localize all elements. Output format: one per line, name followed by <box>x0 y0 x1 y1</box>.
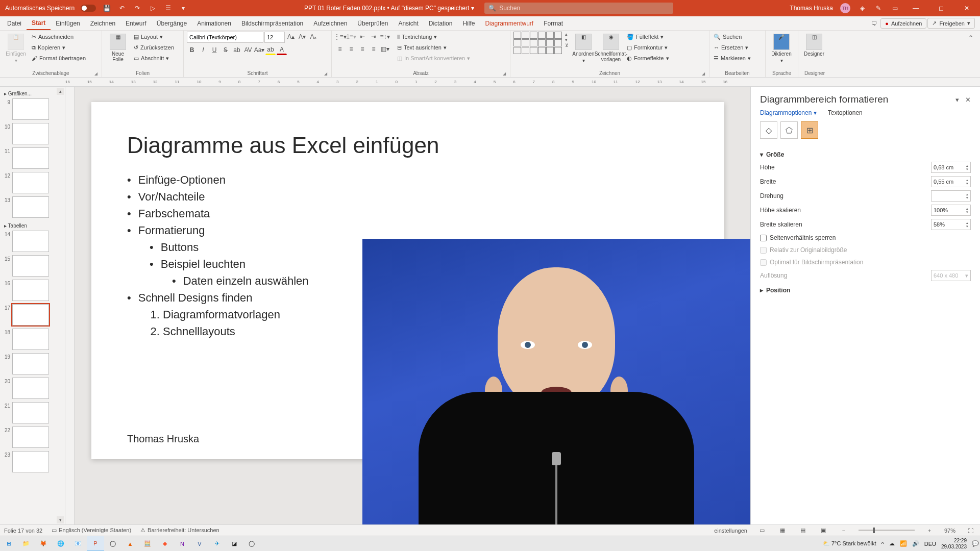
tray-overflow-icon[interactable]: ^ <box>881 541 884 547</box>
font-color-icon[interactable]: A <box>277 45 287 55</box>
slide-author[interactable]: Thomas Hruska <box>127 433 199 445</box>
slide-canvas[interactable]: Diagramme aus Excel einfügen Einfüge-Opt… <box>65 87 750 524</box>
slide-thumbnail[interactable]: 22 <box>1 427 64 448</box>
thumbs-scroll-down-icon[interactable]: ▾ <box>57 516 64 523</box>
pane-options-icon[interactable]: ▾ <box>955 96 959 104</box>
user-name[interactable]: Thomas Hruska <box>790 5 833 12</box>
section-header[interactable]: ▸ Tabellen <box>1 221 64 231</box>
touch-mode-icon[interactable]: ☰ <box>163 4 173 13</box>
shape-outline-button[interactable]: ▢Formkontur▾ <box>626 42 670 53</box>
tab-format[interactable]: Format <box>538 16 568 30</box>
tab-bildschirmpraesentation[interactable]: Bildschirmpräsentation <box>236 16 308 30</box>
minimize-button[interactable]: — <box>906 0 925 16</box>
new-slide-button[interactable]: ▦Neue Folie <box>105 32 131 62</box>
find-button[interactable]: 🔍Suchen <box>713 32 752 42</box>
gallery-more-icon[interactable]: ⊻ <box>565 43 569 48</box>
record-button[interactable]: ●Aufzeichnen <box>880 18 926 29</box>
tab-aufzeichnen[interactable]: Aufzeichnen <box>308 16 352 30</box>
tab-ueberpruefen[interactable]: Überprüfen <box>352 16 393 30</box>
share-button[interactable]: ↗Freigeben▾ <box>927 18 975 29</box>
grow-font-icon[interactable]: A▴ <box>286 32 296 42</box>
columns-icon[interactable]: ▥▾ <box>380 44 390 54</box>
pane-close-icon[interactable]: ✕ <box>965 96 971 104</box>
tab-entwurf[interactable]: Entwurf <box>120 16 152 30</box>
slideshow-from-start-icon[interactable]: ▷ <box>148 4 157 13</box>
bullet-l1[interactable]: Vor/Nachteile <box>127 188 689 205</box>
replace-button[interactable]: ↔Ersetzen▾ <box>713 42 752 53</box>
rotation-spinner[interactable]: ▴▾ <box>931 190 971 202</box>
section-button[interactable]: ▭Abschnitt▾ <box>133 53 175 63</box>
horizontal-ruler[interactable]: 1615141312111098765432101234567891011121… <box>0 78 980 87</box>
change-case-icon[interactable]: Aa▾ <box>254 45 264 55</box>
normal-view-icon[interactable]: ▭ <box>756 526 768 535</box>
close-button[interactable]: ✕ <box>958 0 976 16</box>
whiteboard-icon[interactable]: ◯ <box>104 536 121 552</box>
status-language[interactable]: ▭Englisch (Vereinigte Staaten) <box>52 527 131 534</box>
width-spinner[interactable]: 0,55 cm▴▾ <box>931 176 971 187</box>
underline-icon[interactable]: U <box>209 45 219 55</box>
maximize-button[interactable]: ◻ <box>932 0 950 16</box>
undo-icon[interactable]: ↶ <box>117 4 127 13</box>
powerpoint-icon[interactable]: P <box>87 536 104 552</box>
quick-styles-button[interactable]: ◉Schnellformat- vorlagen <box>598 32 624 62</box>
vertical-ruler[interactable] <box>65 87 75 524</box>
coming-soon-icon[interactable]: ◈ <box>857 4 867 13</box>
pane-tab-text-options[interactable]: Textoptionen <box>828 109 863 116</box>
tab-uebergaenge[interactable]: Übergänge <box>152 16 192 30</box>
outlook-icon[interactable]: 📧 <box>69 536 87 552</box>
app-icon[interactable]: ◪ <box>226 536 243 552</box>
font-launcher-icon[interactable]: ◢ <box>324 71 327 76</box>
char-spacing-icon[interactable]: AV <box>243 45 253 55</box>
comments-icon[interactable]: 🗨 <box>869 18 879 29</box>
tab-animationen[interactable]: Animationen <box>192 16 236 30</box>
designer-button[interactable]: ◫Designer <box>801 32 827 57</box>
height-spinner[interactable]: 0,68 cm▴▾ <box>931 162 971 173</box>
dictate-button[interactable]: 🎤Diktieren▾ <box>769 32 794 63</box>
collapse-ribbon-icon[interactable]: ⌃ <box>966 33 976 43</box>
app2-icon[interactable]: ◯ <box>243 536 260 552</box>
slide-thumbnail[interactable]: 11 <box>1 147 64 169</box>
tab-hilfe[interactable]: Hilfe <box>457 16 480 30</box>
onedrive-icon[interactable]: ☁ <box>889 540 895 547</box>
tab-start[interactable]: Start <box>27 16 51 30</box>
bullets-icon[interactable]: ⋮≡▾ <box>335 32 345 42</box>
user-avatar[interactable]: TH <box>840 3 850 13</box>
telegram-icon[interactable]: ✈ <box>208 536 226 552</box>
fit-to-window-icon[interactable]: ⛶ <box>965 526 976 535</box>
format-painter-button[interactable]: 🖌Format übertragen <box>31 53 87 63</box>
pane-size-icon[interactable]: ⊞ <box>801 121 818 139</box>
weather-widget[interactable]: ⛅ 7°C Stark bewölkt <box>823 540 876 547</box>
visio-icon[interactable]: V <box>191 536 208 552</box>
slide-thumbnail[interactable]: 23 <box>1 451 64 472</box>
slide-thumbnail[interactable]: 12 <box>1 172 64 193</box>
slide-thumbnail[interactable]: 13 <box>1 196 64 218</box>
status-accessibility[interactable]: ⚠Barrierefreiheit: Untersuchen <box>140 527 219 534</box>
font-name-combo[interactable]: Calibri (Textkörper) <box>187 32 263 43</box>
scale-width-spinner[interactable]: 58%▴▾ <box>931 219 971 230</box>
shape-effects-button[interactable]: ◐Formeffekte▾ <box>626 53 670 63</box>
search-box[interactable]: 🔍 Suchen <box>484 3 673 14</box>
clear-format-icon[interactable]: Aₓ <box>308 32 318 42</box>
ribbon-mode-icon[interactable]: ✎ <box>874 4 883 13</box>
reading-view-icon[interactable]: ▤ <box>797 526 808 535</box>
language-indicator[interactable]: DEU <box>924 541 936 547</box>
align-right-icon[interactable]: ≡ <box>357 44 368 54</box>
network-icon[interactable]: 📶 <box>900 540 907 547</box>
zoom-level[interactable]: 97% <box>944 528 955 534</box>
redo-icon[interactable]: ↷ <box>133 4 142 13</box>
status-einstellungen[interactable]: einstellungen <box>714 528 747 534</box>
qat-customize-icon[interactable]: ▾ <box>179 4 188 13</box>
tab-zeichnen[interactable]: Zeichnen <box>85 16 120 30</box>
tab-dictation[interactable]: Dictation <box>424 16 458 30</box>
gallery-up-icon[interactable]: ▴ <box>565 32 569 37</box>
slide-thumbnail[interactable]: 10 <box>1 123 64 144</box>
pane-effects-icon[interactable]: ⬠ <box>780 121 798 139</box>
status-slide-count[interactable]: Folie 17 von 32 <box>4 528 42 534</box>
volume-icon[interactable]: 🔊 <box>912 540 919 547</box>
brave-icon[interactable]: ◆ <box>156 536 174 552</box>
highlight-icon[interactable]: ab <box>265 45 276 55</box>
explorer-icon[interactable]: 📁 <box>17 536 35 552</box>
slide-thumbnail[interactable]: 9 <box>1 98 64 120</box>
shadow-icon[interactable]: ab <box>232 45 242 55</box>
onenote-icon[interactable]: N <box>174 536 191 552</box>
